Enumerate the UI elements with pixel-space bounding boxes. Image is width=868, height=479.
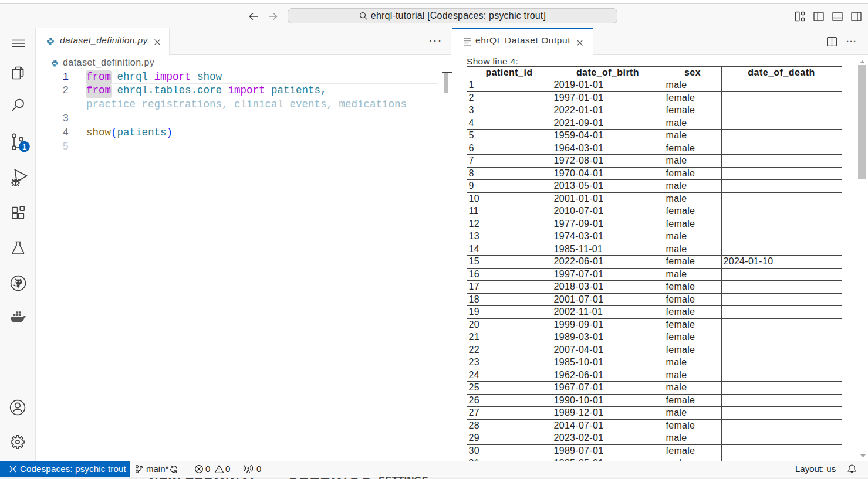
svg-text:1: 1 — [22, 142, 26, 151]
